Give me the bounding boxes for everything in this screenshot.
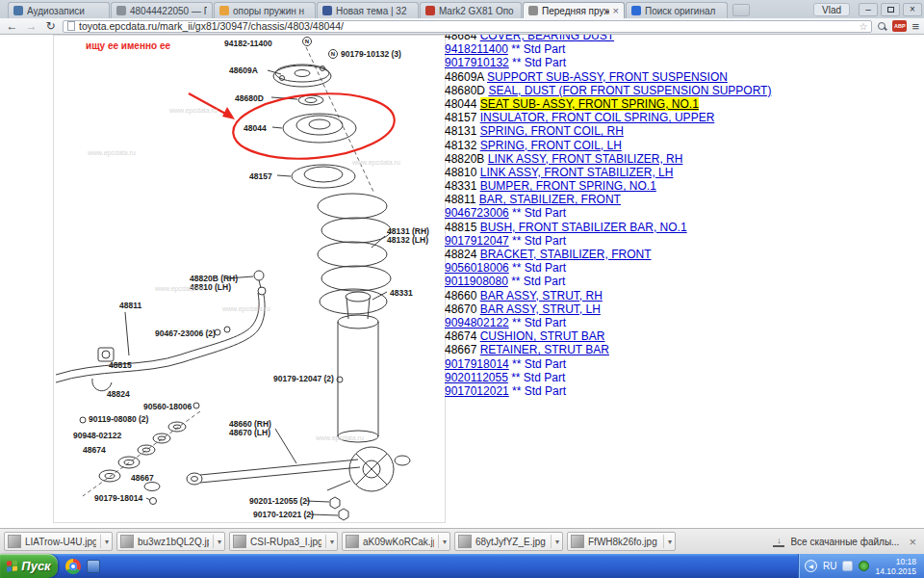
download-thumbnail-icon (346, 535, 359, 548)
adblock-icon[interactable]: ABP (892, 20, 907, 32)
part-number: 48684 (445, 35, 480, 42)
tab-title: Новая тема | 32 (336, 6, 413, 16)
url-text: toyota.epcdata.ru/mark_ii/gx81/30947/cha… (79, 20, 855, 32)
browser-tab[interactable]: Mark2 GX81 Опо (420, 2, 522, 18)
part-number-link[interactable]: 9017912047 (445, 234, 509, 248)
part-description-link[interactable]: BAR ASSY, STRUT, RH (480, 289, 603, 302)
taskbar: Пуск ◀ RU 10:18 14.10.2015 (0, 554, 924, 578)
browser-tab[interactable]: Аудиозаписи (8, 2, 110, 18)
part-number-link[interactable]: 9418211400 (445, 42, 508, 56)
browser-tab[interactable]: опоры пружин н (214, 2, 316, 18)
chevron-down-icon[interactable]: ▾ (668, 538, 672, 546)
flag-red (7, 561, 12, 566)
download-filename: FfWH8k26fo.jpg (588, 537, 659, 547)
new-tab-button[interactable] (732, 4, 750, 16)
tray-icon-2[interactable] (859, 561, 869, 571)
download-filename: bu3wz1bQL2Q.jpg (138, 537, 209, 547)
part-number-link[interactable]: 9094802122 (445, 316, 509, 329)
chevron-down-icon[interactable]: ▾ (105, 538, 109, 546)
parts-row: 48044 SEAT SUB- ASSY, FRONT SPRING, NO.1 (445, 97, 924, 111)
chevron-down-icon[interactable]: ▾ (443, 538, 447, 546)
quick-launch-icon[interactable] (87, 560, 100, 573)
parts-row: 48667 RETAINER, STRUT BAR (445, 343, 924, 356)
download-item[interactable]: CSI-RUpa3_I.jpg▾ (229, 532, 338, 551)
browser-tab[interactable]: 48044422050 — П (111, 2, 213, 18)
download-item[interactable]: FfWH8k26fo.jpg▾ (567, 532, 676, 551)
start-label: Пуск (21, 559, 50, 573)
show-all-downloads-link[interactable]: Все скачанные файлы... (790, 537, 899, 547)
minimize-button[interactable]: – (859, 3, 878, 16)
chevron-down-icon[interactable]: ▾ (555, 538, 559, 546)
part-description-link[interactable]: INSULATOR, FRONT COIL SPRING, UPPER (480, 111, 715, 124)
page-content: ищу ее именно ее 94182-11400NN90179-1013… (0, 35, 924, 528)
diagram-part-label: 48132 (LH) (387, 235, 428, 245)
reload-icon[interactable]: ↻ (43, 20, 58, 32)
part-number-link[interactable]: 9017918014 (445, 357, 509, 371)
tray-icon-1[interactable] (842, 561, 853, 571)
part-description-link[interactable]: SEAL, DUST (FOR FRONT SUSPENSION SUPPORT… (488, 84, 771, 97)
part-description-link[interactable]: LINK ASSY, FRONT STABILIZER, LH (480, 166, 674, 179)
part-number: 48680D (445, 84, 488, 97)
browser-tab[interactable]: Новая тема | 32 (317, 2, 419, 18)
part-description-link[interactable]: LINK ASSY, FRONT STABILIZER, RH (488, 152, 683, 166)
chevron-down-icon[interactable]: ▾ (330, 538, 334, 546)
tab-favicon-icon (13, 6, 23, 15)
tray-chevron-icon[interactable]: ◀ (805, 560, 817, 572)
part-number-link[interactable]: 9056018006 (445, 261, 509, 275)
part-description-link[interactable]: BAR, STABILIZER, FRONT (479, 193, 621, 206)
browser-tab[interactable]: Передняя пружи× (523, 2, 625, 18)
bookmark-star-icon[interactable]: ☆ (859, 21, 867, 32)
language-indicator[interactable]: RU (823, 561, 836, 571)
part-number-link[interactable]: 9046723006 (445, 206, 509, 220)
close-button[interactable]: × (903, 3, 922, 16)
diagram-part-label: 90119-08080 (2) (89, 414, 149, 424)
part-description-link[interactable]: RETAINER, STRUT BAR (480, 343, 609, 356)
menu-icon[interactable]: ≡ (911, 19, 919, 34)
part-description-link[interactable]: SEAT SUB- ASSY, FRONT SPRING, NO.1 (480, 97, 699, 111)
tab-close-icon[interactable]: × (613, 5, 619, 16)
diagram-part-label: 90467-23006 (2) (155, 328, 216, 338)
downloads-bar-right: ↓ Все скачанные файлы... × (773, 535, 920, 549)
download-thumbnail-icon (458, 535, 472, 548)
clock-date: 14.10.2015 (875, 566, 916, 576)
part-description-link[interactable]: BRACKET, STABILIZER, FRONT (480, 248, 652, 261)
part-description-link[interactable]: CUSHION, STRUT BAR (480, 329, 605, 343)
forward-icon[interactable]: → (24, 20, 38, 32)
part-number-link[interactable]: 9017910132 (445, 56, 509, 69)
chevron-down-icon[interactable]: ▾ (218, 538, 221, 546)
download-item[interactable]: bu3wz1bQL2Q.jpg▾ (116, 532, 225, 551)
part-description-link[interactable]: COVER, BEARING DUST (480, 35, 614, 42)
part-description-link[interactable]: SPRING, FRONT COIL, RH (480, 124, 624, 138)
part-description-link[interactable]: SPRING, FRONT COIL, LH (480, 139, 622, 152)
download-item[interactable]: 68ytJyfYZ_E.jpg▾ (454, 532, 563, 551)
part-number: 48815 (445, 221, 480, 234)
parts-row: 48824 BRACKET, STABILIZER, FRONT (445, 248, 924, 261)
parts-row: 9046723006 ** Std Part (445, 206, 924, 220)
part-description-link[interactable]: BUSH, FRONT STABILIZER BAR, NO.1 (480, 221, 687, 234)
parts-row: 9017918014 ** Std Part (445, 357, 924, 371)
parts-row: 48132 SPRING, FRONT COIL, LH (445, 139, 924, 152)
part-description-link[interactable]: BAR ASSY, STRUT, LH (480, 302, 601, 316)
watermark-text: www.epcdata.ru (168, 107, 218, 115)
start-button[interactable]: Пуск (0, 554, 58, 578)
back-icon[interactable]: ← (5, 20, 19, 32)
watermark-text: www.epcdata.ru (87, 149, 136, 157)
search-extension-icon[interactable] (877, 21, 887, 32)
download-item[interactable]: aK09wKoRCak.jpg▾ (342, 532, 450, 551)
diagram-part-label: 90948-02122 (73, 431, 121, 440)
chrome-icon[interactable] (65, 559, 81, 574)
maximize-button[interactable] (881, 3, 900, 16)
address-bar[interactable]: toyota.epcdata.ru/mark_ii/gx81/30947/cha… (63, 20, 872, 33)
part-number-link[interactable]: 9020112055 (445, 371, 508, 384)
download-item[interactable]: LIATrow-U4U.jpg▾ (4, 532, 113, 551)
flag-yellow (13, 565, 17, 571)
part-description-link[interactable]: SUPPORT SUB-ASSY, FRONT SUSPENSION (487, 70, 728, 84)
browser-tab[interactable]: Поиск оригинал (626, 2, 728, 18)
part-number: 48824 (445, 248, 480, 261)
part-description-link[interactable]: BUMPER, FRONT SPRING, NO.1 (480, 179, 656, 193)
part-number-link[interactable]: 9011908080 (445, 275, 508, 288)
part-number: 48044 (445, 97, 480, 111)
profile-button[interactable]: Vlad (813, 3, 850, 16)
downloads-bar-close-icon[interactable]: × (909, 535, 916, 549)
part-number-link[interactable]: 9017012021 (445, 384, 509, 398)
